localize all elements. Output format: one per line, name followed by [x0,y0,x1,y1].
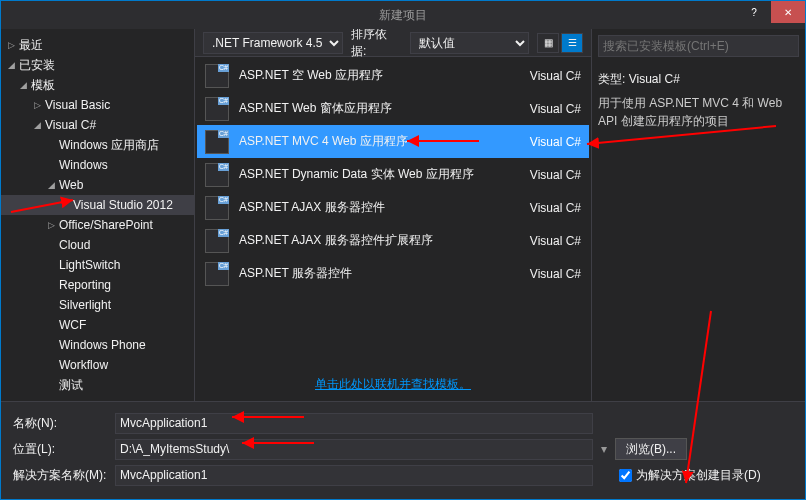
type-line: 类型: Visual C# [598,71,799,88]
chevron-right-icon: ▷ [5,39,17,51]
tree-windows-phone[interactable]: Windows Phone [1,335,194,355]
template-item[interactable]: ASP.NET AJAX 服务器控件扩展程序Visual C# [197,224,589,257]
web-project-icon [205,130,229,154]
template-item[interactable]: ASP.NET Dynamic Data 实体 Web 应用程序Visual C… [197,158,589,191]
search-input[interactable] [598,35,799,57]
name-input[interactable] [115,413,593,434]
tree-windows-store[interactable]: Windows 应用商店 [1,135,194,155]
dialog-buttons: 确定 取消 [1,496,805,500]
online-templates-link[interactable]: 单击此处以联机并查找模板。 [195,368,591,401]
tree-visual-basic[interactable]: ▷ Visual Basic [1,95,194,115]
titlebar: 新建项目 ? ✕ [1,1,805,29]
tree-web[interactable]: ◢ Web [1,175,194,195]
chevron-down-icon: ◢ [5,59,17,71]
web-project-icon [205,229,229,253]
solution-label: 解决方案名称(M): [13,467,107,484]
tree-workflow[interactable]: Workflow [1,355,194,375]
web-project-icon [205,97,229,121]
template-list: ASP.NET 空 Web 应用程序Visual C# ASP.NET Web … [195,57,591,368]
template-item[interactable]: ASP.NET AJAX 服务器控件Visual C# [197,191,589,224]
template-item[interactable]: ASP.NET Web 窗体应用程序Visual C# [197,92,589,125]
tree-installed[interactable]: ◢ 已安装 [1,55,194,75]
sort-select[interactable]: 默认值 [410,32,529,54]
web-project-icon [205,64,229,88]
chevron-down-icon: ◢ [17,79,29,91]
location-input[interactable] [115,439,593,460]
web-project-icon [205,262,229,286]
tree-test[interactable]: 测试 [1,375,194,395]
view-list-icon[interactable]: ☰ [561,33,583,53]
form-area: 名称(N): 位置(L): ▾ 浏览(B)... 解决方案名称(M): 为解决方… [1,401,805,496]
tree-vs2012[interactable]: Visual Studio 2012 [1,195,194,215]
create-dir-label: 为解决方案创建目录(D) [636,467,761,484]
help-button[interactable]: ? [737,1,771,23]
window-title: 新建项目 [379,7,427,24]
view-small-icon[interactable]: ▦ [537,33,559,53]
chevron-down-icon: ◢ [45,179,57,191]
tree-cloud[interactable]: Cloud [1,235,194,255]
description-panel: 类型: Visual C# 用于使用 ASP.NET MVC 4 和 Web A… [591,29,805,401]
tree-lightswitch[interactable]: LightSwitch [1,255,194,275]
template-description: 用于使用 ASP.NET MVC 4 和 Web API 创建应用程序的项目 [598,94,799,130]
tree-wcf[interactable]: WCF [1,315,194,335]
template-item[interactable]: ASP.NET 空 Web 应用程序Visual C# [197,59,589,92]
web-project-icon [205,196,229,220]
tree-office[interactable]: ▷Office/SharePoint [1,215,194,235]
template-item-selected[interactable]: ASP.NET MVC 4 Web 应用程序Visual C# [197,125,589,158]
tree-recent[interactable]: ▷ 最近 [1,35,194,55]
category-sidebar: ▷ 最近 ◢ 已安装 ◢ 模板 ▷ Visual Basic ◢ Visual … [1,29,195,401]
browse-button[interactable]: 浏览(B)... [615,438,687,460]
location-label: 位置(L): [13,441,107,458]
create-dir-checkbox[interactable] [619,469,632,482]
template-toolbar: .NET Framework 4.5 排序依据: 默认值 ▦ ☰ [195,29,591,57]
tree-reporting[interactable]: Reporting [1,275,194,295]
sort-label: 排序依据: [351,26,402,60]
tree-templates[interactable]: ◢ 模板 [1,75,194,95]
framework-select[interactable]: .NET Framework 4.5 [203,32,343,54]
tree-windows[interactable]: Windows [1,155,194,175]
name-label: 名称(N): [13,415,107,432]
chevron-down-icon: ◢ [31,119,43,131]
chevron-right-icon: ▷ [31,99,43,111]
close-button[interactable]: ✕ [771,1,805,23]
template-item[interactable]: ASP.NET 服务器控件Visual C# [197,257,589,290]
chevron-right-icon: ▷ [45,219,57,231]
web-project-icon [205,163,229,187]
solution-input[interactable] [115,465,593,486]
tree-visual-csharp[interactable]: ◢ Visual C# [1,115,194,135]
tree-silverlight[interactable]: Silverlight [1,295,194,315]
